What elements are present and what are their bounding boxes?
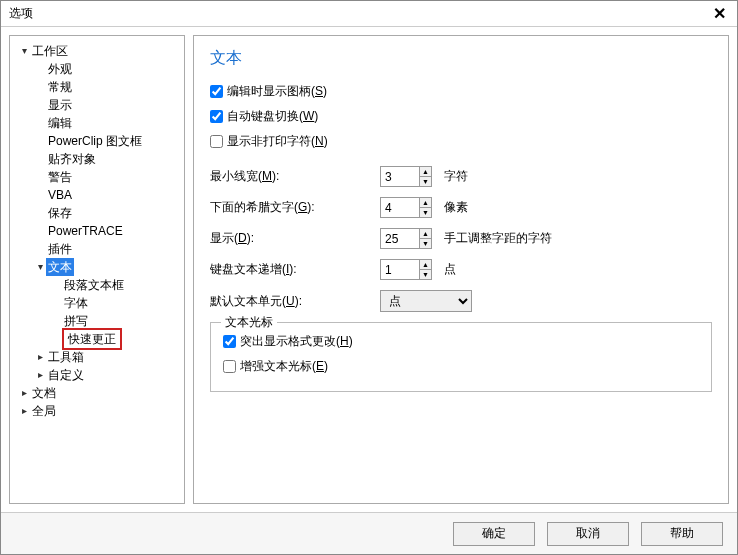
field-label: 默认文本单元(U):	[210, 293, 380, 310]
expand-icon[interactable]: ▸	[34, 348, 46, 366]
tree-text[interactable]: ▾文本	[14, 258, 180, 276]
dialog-title: 选项	[9, 5, 709, 22]
ok-button[interactable]: 确定	[453, 522, 535, 546]
checkbox-label: 显示非打印字符(N)	[227, 133, 328, 150]
spinner-down-icon[interactable]: ▼	[420, 208, 431, 217]
tree-item[interactable]: 常规	[14, 78, 180, 96]
checkbox-auto-keyboard[interactable]: 自动键盘切换(W)	[210, 108, 712, 125]
checkbox-enhanced-cursor[interactable]: 增强文本光标(E)	[223, 358, 699, 375]
field-label: 键盘文本递增(I):	[210, 261, 380, 278]
spinner-down-icon[interactable]: ▼	[420, 270, 431, 279]
checkbox-input[interactable]	[210, 110, 223, 123]
spinner-down-icon[interactable]: ▼	[420, 177, 431, 186]
checkbox-input[interactable]	[223, 360, 236, 373]
field-label: 下面的希腊文字(G):	[210, 199, 380, 216]
checkbox-input[interactable]	[210, 135, 223, 148]
checkbox-label: 自动键盘切换(W)	[227, 108, 318, 125]
close-icon[interactable]: ✕	[709, 4, 729, 24]
collapse-icon[interactable]: ▾	[34, 258, 46, 276]
group-text-cursor: 文本光标 突出显示格式更改(H) 增强文本光标(E)	[210, 322, 712, 392]
spinner-greek[interactable]: ▲▼	[380, 197, 432, 218]
unit-label: 手工调整字距的字符	[444, 230, 552, 247]
spinner-kb-increment[interactable]: ▲▼	[380, 259, 432, 280]
spinner-input[interactable]	[381, 260, 419, 279]
tree-customize[interactable]: ▸自定义	[14, 366, 180, 384]
tree-item[interactable]: 外观	[14, 60, 180, 78]
checkbox-label: 突出显示格式更改(H)	[240, 333, 353, 350]
field-label: 最小线宽(M):	[210, 168, 380, 185]
tree-item[interactable]: 插件	[14, 240, 180, 258]
dialog-body: ▾工作区 外观 常规 显示 编辑 PowerClip 图文框 贴齐对象 警告 V…	[1, 27, 737, 512]
tree-item[interactable]: VBA	[14, 186, 180, 204]
checkbox-label: 增强文本光标(E)	[240, 358, 328, 375]
select-default-unit[interactable]: 点	[380, 290, 472, 312]
tree-document[interactable]: ▸文档	[14, 384, 180, 402]
spinner-up-icon[interactable]: ▲	[420, 229, 431, 239]
checkbox-input[interactable]	[210, 85, 223, 98]
unit-label: 像素	[444, 199, 468, 216]
unit-label: 字符	[444, 168, 468, 185]
checkbox-label: 编辑时显示图柄(S)	[227, 83, 327, 100]
row-min-width: 最小线宽(M): ▲▼ 字符	[210, 166, 712, 187]
row-kb-increment: 键盘文本递增(I): ▲▼ 点	[210, 259, 712, 280]
expand-icon[interactable]: ▸	[18, 384, 30, 402]
help-button[interactable]: 帮助	[641, 522, 723, 546]
tree-global[interactable]: ▸全局	[14, 402, 180, 420]
tree-quickcorrect[interactable]: 快速更正	[14, 330, 180, 348]
content-panel: 文本 编辑时显示图柄(S) 自动键盘切换(W) 显示非打印字符(N) 最小线宽(…	[193, 35, 729, 504]
tree-item[interactable]: 段落文本框	[14, 276, 180, 294]
collapse-icon[interactable]: ▾	[18, 42, 30, 60]
tree-panel: ▾工作区 外观 常规 显示 编辑 PowerClip 图文框 贴齐对象 警告 V…	[9, 35, 185, 504]
tree-item[interactable]: 编辑	[14, 114, 180, 132]
cancel-button[interactable]: 取消	[547, 522, 629, 546]
expand-icon[interactable]: ▸	[34, 366, 46, 384]
checkbox-highlight-format[interactable]: 突出显示格式更改(H)	[223, 333, 699, 350]
options-dialog: 选项 ✕ ▾工作区 外观 常规 显示 编辑 PowerClip 图文框 贴齐对象	[0, 0, 738, 555]
dialog-footer: 确定 取消 帮助	[1, 512, 737, 554]
tree-item[interactable]: 字体	[14, 294, 180, 312]
tree-item[interactable]: 保存	[14, 204, 180, 222]
titlebar: 选项 ✕	[1, 1, 737, 27]
tree-workspace[interactable]: ▾工作区	[14, 42, 180, 60]
tree-item[interactable]: 贴齐对象	[14, 150, 180, 168]
section-heading: 文本	[210, 48, 712, 69]
spinner-up-icon[interactable]: ▲	[420, 260, 431, 270]
spinner-up-icon[interactable]: ▲	[420, 198, 431, 208]
checkbox-input[interactable]	[223, 335, 236, 348]
spinner-input[interactable]	[381, 198, 419, 217]
spinner-display[interactable]: ▲▼	[380, 228, 432, 249]
nav-tree[interactable]: ▾工作区 外观 常规 显示 编辑 PowerClip 图文框 贴齐对象 警告 V…	[14, 42, 180, 420]
checkbox-nonprint[interactable]: 显示非打印字符(N)	[210, 133, 712, 150]
spinner-min-width[interactable]: ▲▼	[380, 166, 432, 187]
field-label: 显示(D):	[210, 230, 380, 247]
row-default-unit: 默认文本单元(U): 点	[210, 290, 712, 312]
unit-label: 点	[444, 261, 456, 278]
spinner-down-icon[interactable]: ▼	[420, 239, 431, 248]
row-greek: 下面的希腊文字(G): ▲▼ 像素	[210, 197, 712, 218]
spinner-input[interactable]	[381, 167, 419, 186]
expand-icon[interactable]: ▸	[18, 402, 30, 420]
spinner-input[interactable]	[381, 229, 419, 248]
checkbox-edit-handles[interactable]: 编辑时显示图柄(S)	[210, 83, 712, 100]
tree-item[interactable]: PowerTRACE	[14, 222, 180, 240]
tree-item[interactable]: 警告	[14, 168, 180, 186]
tree-item[interactable]: PowerClip 图文框	[14, 132, 180, 150]
spinner-up-icon[interactable]: ▲	[420, 167, 431, 177]
row-display: 显示(D): ▲▼ 手工调整字距的字符	[210, 228, 712, 249]
tree-item[interactable]: 显示	[14, 96, 180, 114]
tree-toolbox[interactable]: ▸工具箱	[14, 348, 180, 366]
group-legend: 文本光标	[221, 314, 277, 331]
